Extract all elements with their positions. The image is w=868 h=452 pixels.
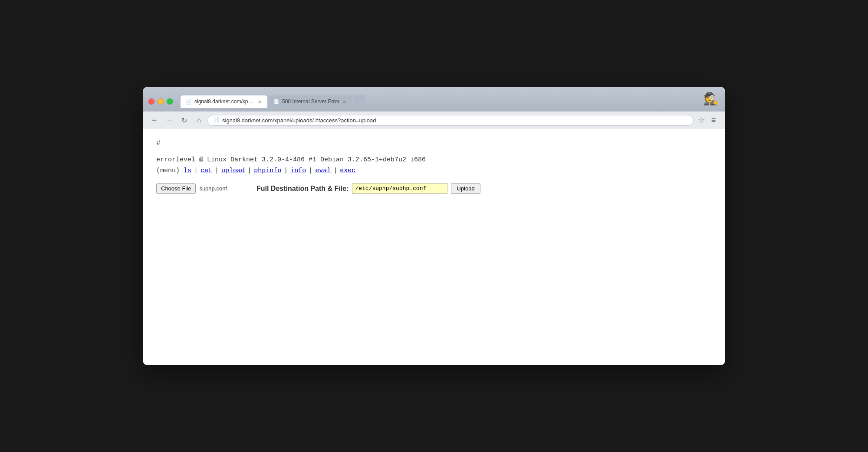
nav-bar: ← → ↻ ⌂ 📄 ☆ ≡	[143, 111, 725, 129]
maximize-button[interactable]	[167, 98, 173, 105]
page-hash: #	[156, 140, 712, 147]
bookmark-button[interactable]: ☆	[698, 115, 705, 125]
menu-sep-1: |	[194, 167, 198, 174]
tab2-favicon: 📄	[273, 99, 279, 105]
menu-sep-4: |	[284, 167, 288, 174]
upload-form: Choose File suphp.conf Full Destination …	[156, 183, 712, 194]
reload-button[interactable]: ↻	[178, 114, 190, 126]
menu-sep-2: |	[215, 167, 219, 174]
menu-item-upload[interactable]: upload	[221, 167, 245, 174]
menu-sep-5: |	[309, 167, 312, 174]
address-input[interactable]	[222, 117, 688, 124]
menu-item-eval[interactable]: eval	[315, 167, 331, 174]
browser-window: 📄 signal8.darknet.com/xpane × 📄 500 Inte…	[143, 87, 725, 365]
title-bar: 📄 signal8.darknet.com/xpane × 📄 500 Inte…	[143, 87, 725, 111]
forward-button[interactable]: →	[163, 114, 175, 126]
tab2-title: 500 Internal Server Error	[282, 98, 339, 105]
window-controls	[148, 98, 173, 105]
menu-sep-6: |	[333, 167, 337, 174]
tab-active[interactable]: 📄 signal8.darknet.com/xpane ×	[181, 95, 267, 108]
page-content: # errorlevel @ Linux Darknet 3.2.0-4-486…	[143, 129, 725, 365]
menu-prefix: (menu)	[156, 167, 180, 174]
menu-sep-3: |	[247, 167, 251, 174]
menu-item-info[interactable]: info	[290, 167, 306, 174]
address-bar: 📄	[207, 115, 694, 126]
close-button[interactable]	[148, 98, 155, 105]
new-tab-button[interactable]	[353, 95, 365, 107]
upload-button[interactable]: Upload	[451, 183, 480, 194]
tabs-container: 📄 signal8.darknet.com/xpane × 📄 500 Inte…	[181, 95, 720, 108]
home-button[interactable]: ⌂	[193, 114, 205, 126]
back-button[interactable]: ←	[148, 114, 161, 126]
tab2-close-button[interactable]: ×	[342, 99, 347, 105]
menu-item-cat[interactable]: cat	[201, 167, 212, 174]
choose-file-button[interactable]: Choose File	[156, 183, 196, 194]
page-info-line: errorlevel @ Linux Darknet 3.2.0-4-486 #…	[156, 156, 712, 164]
tab-inactive[interactable]: 📄 500 Internal Server Error ×	[268, 95, 352, 108]
destination-input[interactable]	[352, 183, 447, 194]
address-favicon-icon: 📄	[213, 117, 220, 123]
menu-item-ls[interactable]: ls	[184, 167, 191, 174]
browser-agent-icon: 🕵️	[704, 92, 719, 106]
file-name-label: suphp.conf	[199, 185, 227, 192]
tab1-favicon: 📄	[186, 99, 192, 105]
menu-item-exec[interactable]: exec	[340, 167, 355, 174]
page-menu-line: (menu) ls | cat | upload | phpinfo | inf…	[156, 167, 712, 174]
tab1-title: signal8.darknet.com/xpane	[194, 98, 254, 105]
destination-label: Full Destination Path & File:	[256, 185, 349, 193]
minimize-button[interactable]	[158, 98, 164, 105]
browser-menu-button[interactable]: ≡	[707, 114, 720, 126]
tab1-close-button[interactable]: ×	[257, 99, 262, 105]
menu-item-phpinfo[interactable]: phpinfo	[254, 167, 281, 174]
